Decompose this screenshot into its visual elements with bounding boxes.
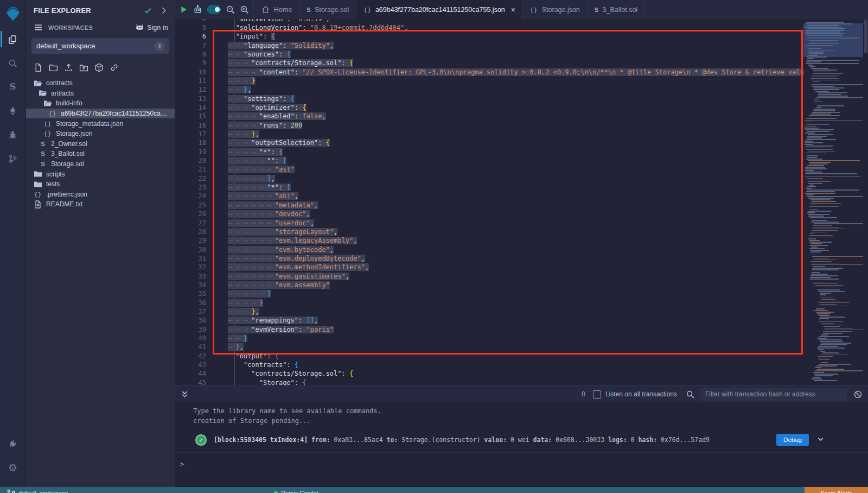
listen-checkbox[interactable] <box>593 390 601 399</box>
minimap-line <box>825 330 863 331</box>
tree-item-label: 3_Ballot.sol <box>51 150 85 157</box>
tree-item-contracts[interactable]: contracts <box>26 78 175 89</box>
minimap-line <box>806 63 859 64</box>
tree-item-2-owner-sol[interactable]: S2_Owner.sol <box>26 139 175 149</box>
minimap-line <box>808 65 813 66</box>
line-number: 31 <box>175 254 206 263</box>
search-icon[interactable] <box>686 390 695 399</box>
zoom-in-icon[interactable] <box>240 5 249 14</box>
minimap-line <box>820 341 843 342</box>
minimap-line <box>810 209 818 210</box>
scrollbar-thumb[interactable] <box>864 20 867 53</box>
tree-item-label: Storage.sol <box>51 160 84 168</box>
tree-item-label: tests <box>46 180 60 188</box>
hamburger-icon[interactable] <box>34 23 43 32</box>
code-line-39: → → → "evmVersion": "paris" <box>228 325 803 334</box>
tab-a69b43f277ba20fcac141151250ca755-json[interactable]: {}a69b43f277ba20fcac141151250ca755.json× <box>356 0 523 19</box>
terminal-body[interactable]: Type the library name to see available c… <box>175 407 868 468</box>
tab-3-ballot-sol[interactable]: S3_Ballot.sol <box>588 0 645 19</box>
settings-icon: ⚙ <box>8 463 17 473</box>
minimap-line <box>818 356 833 357</box>
activity-file-explorer[interactable] <box>1 27 25 51</box>
minimap[interactable] <box>803 19 863 385</box>
code-editor[interactable]: 4567891011121314151617181920212223242526… <box>175 19 868 385</box>
tree-item-a69b43f277ba20fcac141151250ca7-[interactable]: {}a69b43f277ba20fcac141151250ca7... <box>26 109 175 119</box>
folder-open-icon <box>39 89 47 98</box>
workspace-selector[interactable]: default_workspace <box>31 38 169 54</box>
tab-home[interactable]: Home <box>254 0 299 19</box>
zoom-out-icon[interactable] <box>226 5 235 14</box>
tree-item-storage-json[interactable]: {}Storage.json <box>26 129 175 139</box>
expand-terminal-icon[interactable] <box>180 390 189 399</box>
minimap-line <box>806 22 843 23</box>
minimap-line <box>817 369 844 370</box>
tree-item--prettierrc-json[interactable]: {}.prettierrc.json <box>26 189 175 200</box>
minimap-line <box>805 126 816 127</box>
minimap-line <box>806 159 823 160</box>
minimap-line <box>821 299 835 300</box>
new-folder-icon[interactable] <box>49 63 58 72</box>
code-line-16: → → → → "runs": 200 <box>228 121 803 130</box>
publish-ipfs-icon[interactable] <box>94 63 104 72</box>
github-icon <box>135 23 144 32</box>
tab-storage-sol[interactable]: SStorage.sol <box>299 0 356 19</box>
ai-assistant-icon[interactable] <box>193 5 202 14</box>
minimap-viewport[interactable] <box>803 23 863 57</box>
minimap-line <box>810 279 839 280</box>
activity-settings[interactable]: ⚙ <box>1 456 25 479</box>
minimap-line <box>820 344 847 345</box>
tree-item-label: contracts <box>46 79 73 87</box>
tree-item-tests[interactable]: tests <box>26 179 175 189</box>
minimap-line <box>807 58 814 59</box>
activity-remix-logo[interactable] <box>1 0 25 27</box>
line-numbers: 4567891011121314151617181920212223242526… <box>175 19 206 385</box>
tx-expand-icon[interactable] <box>816 435 825 445</box>
activity-deploy-and-run[interactable] <box>1 99 25 123</box>
tree-item-build-info[interactable]: build-info <box>26 98 175 109</box>
tx-filter-input[interactable] <box>700 388 847 401</box>
activity-search[interactable] <box>1 51 25 75</box>
tree-item-scripts[interactable]: scripts <box>26 169 175 179</box>
tree-item-storage-sol[interactable]: SStorage.sol <box>26 159 175 169</box>
terminal-header: 0 Listen on all transactions <box>175 385 868 402</box>
minimap-line <box>809 248 825 249</box>
minimap-line <box>819 359 830 361</box>
run-script-icon[interactable] <box>179 5 188 14</box>
tree-item-3-ballot-sol[interactable]: S3_Ballot.sol <box>26 149 175 159</box>
debug-button[interactable]: Debug <box>776 434 809 446</box>
terminal-prompt[interactable]: > <box>180 460 868 468</box>
code-line-36: → → → → } <box>228 299 803 307</box>
minimap-line <box>815 367 821 368</box>
sign-in-button[interactable]: Sign in <box>135 23 168 32</box>
code-line-14: → → → "optimizer": { <box>228 103 803 112</box>
upload-folder-icon[interactable] <box>79 63 88 72</box>
upload-file-icon[interactable] <box>64 63 73 72</box>
chevron-right-icon[interactable] <box>159 6 168 15</box>
activity-plugin-manager[interactable] <box>1 432 25 456</box>
new-file-icon[interactable] <box>34 63 43 72</box>
activity-git[interactable] <box>1 147 25 170</box>
minimap-line <box>806 146 833 147</box>
line-number: 24 <box>175 192 206 200</box>
activity-solidity-compiler[interactable]: S <box>1 75 25 99</box>
publish-gist-icon[interactable] <box>110 63 119 72</box>
minimap-line <box>807 165 825 166</box>
tab-storage-json[interactable]: {}Storage.json <box>523 0 588 19</box>
tree-item-storage-metadata-json[interactable]: {}Storage_metadata.json <box>26 118 175 129</box>
tree-item-readme-txt[interactable]: README.txt <box>26 199 175 210</box>
minimap-line <box>807 186 816 187</box>
clear-console-icon[interactable] <box>853 390 863 399</box>
code-line-5: "solcLongVersion": "0.8.19+commit.7dd6d4… <box>228 23 803 32</box>
scam-alerts-button[interactable]: Scam Alerts <box>805 487 868 493</box>
file-tree: contractsartifactsbuild-info{}a69b43f277… <box>26 78 175 210</box>
ai-copilot-toggle[interactable] <box>207 5 221 14</box>
line-number: 26 <box>175 210 206 218</box>
check-icon[interactable] <box>143 6 152 15</box>
tree-item-artifacts[interactable]: artifacts <box>26 89 175 99</box>
activity-debugger[interactable] <box>1 123 25 147</box>
minimap-line <box>821 334 828 336</box>
statusbar-workspace[interactable]: default_workspace <box>7 489 68 493</box>
close-tab-icon[interactable]: × <box>511 5 515 14</box>
minimap-line <box>821 343 851 344</box>
minimap-line <box>815 370 863 371</box>
